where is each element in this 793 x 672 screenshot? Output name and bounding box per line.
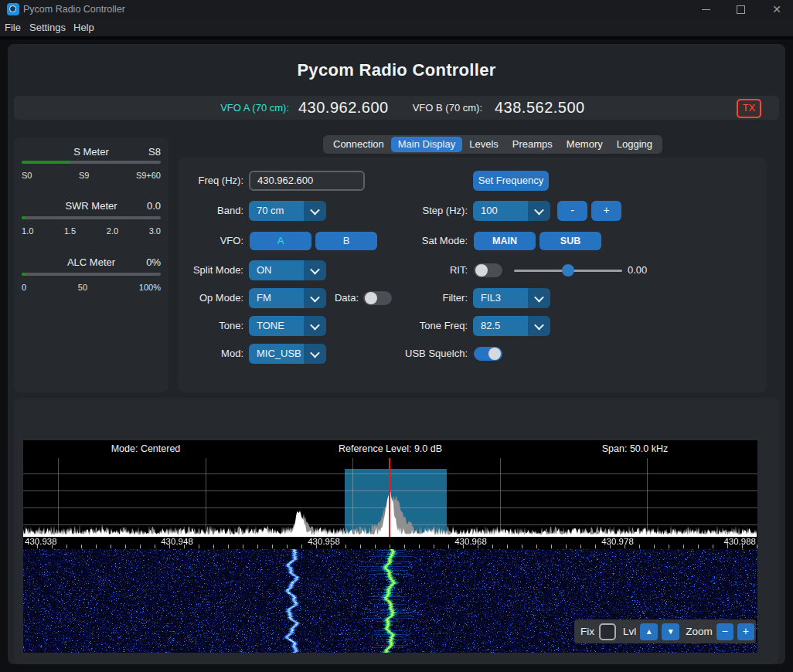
maximize-button[interactable] (729, 0, 752, 19)
chevron-down-icon (304, 201, 326, 221)
freq-tick-label: 430.948 (150, 536, 204, 547)
freq-tick-label: 430.988 (702, 536, 756, 547)
swr-meter-bar (22, 216, 161, 219)
op-mode-dropdown[interactable]: FM (249, 288, 326, 308)
tab-connection[interactable]: Connection (326, 137, 391, 152)
s-meter-value: S8 (114, 146, 161, 158)
main-tab-bar: Connection Main Display Levels Preamps M… (323, 135, 662, 154)
usb-squelch-label: USB Squelch: (390, 344, 468, 364)
chevron-down-icon (528, 288, 550, 308)
menu-file[interactable]: File (5, 19, 21, 36)
rit-slider-knob[interactable] (562, 264, 574, 277)
split-mode-label: Split Mode: (182, 260, 243, 280)
level-down-button[interactable]: ▼ (662, 623, 679, 640)
chevron-down-icon (528, 201, 550, 221)
menu-settings[interactable]: Settings (29, 19, 66, 36)
usb-squelch-toggle[interactable] (474, 347, 502, 361)
filter-dropdown[interactable]: FIL3 (473, 288, 550, 308)
step-plus-button[interactable]: + (591, 201, 621, 221)
band-dropdown[interactable]: 70 cm (249, 201, 326, 221)
frequency-input[interactable]: 430.962.600 (249, 171, 365, 191)
rit-value: 0.00 (628, 260, 659, 280)
lvl-label: Lvl (623, 626, 636, 637)
vfo-b-value: 438.562.500 (495, 96, 585, 120)
alc-meter-bar (22, 273, 161, 276)
freq-tick-label: 430.938 (25, 536, 79, 547)
tone-freq-dropdown[interactable]: 82.5 (473, 316, 550, 336)
fix-label: Fix (580, 626, 594, 637)
chevron-down-icon (528, 316, 550, 336)
freq-tick-label: 430.958 (297, 536, 351, 547)
step-dropdown[interactable]: 100 (473, 201, 550, 221)
tone-freq-label: Tone Freq: (398, 316, 468, 336)
tab-main-display[interactable]: Main Display (391, 137, 462, 152)
freq-tick-label: 430.978 (590, 536, 645, 547)
filter-label: Filter: (398, 288, 468, 308)
tab-levels[interactable]: Levels (462, 137, 505, 152)
tab-memory[interactable]: Memory (560, 137, 610, 152)
chevron-down-icon (304, 344, 326, 364)
mod-label: Mod: (182, 344, 243, 364)
swr-meter-scale: 1.0 1.5 2.0 3.0 (22, 226, 161, 236)
swr-meter-value: 0.0 (114, 200, 161, 212)
alc-meter-value: 0% (114, 256, 161, 268)
close-button[interactable]: ✕ (765, 0, 788, 19)
data-toggle[interactable] (363, 291, 392, 305)
app-window: Pycom Radio Controller ✕ File Settings H… (0, 0, 793, 672)
page-title: Pycom Radio Controller (0, 60, 793, 80)
op-mode-label: Op Mode: (182, 288, 243, 308)
window-title: Pycom Radio Controller (23, 0, 125, 19)
vfo-select-label: VFO: (182, 231, 243, 251)
waterfall-mode-text: Mode: Centered (23, 440, 268, 458)
step-label: Step (Hz): (398, 201, 468, 221)
freq-tick-label: 430.968 (444, 536, 498, 547)
waterfall-reference-text: Reference Level: 9.0 dB (268, 440, 512, 458)
chevron-down-icon (304, 260, 326, 280)
vfo-b-label: VFO B (70 cm): (402, 96, 482, 120)
data-label: Data: (318, 288, 359, 308)
vfo-a-value: 430.962.600 (298, 96, 389, 120)
zoom-in-button[interactable]: + (737, 623, 754, 640)
zoom-label: Zoom (686, 626, 713, 637)
tab-preamps[interactable]: Preamps (505, 137, 560, 152)
fix-checkbox[interactable] (599, 623, 616, 640)
split-mode-dropdown[interactable]: ON (249, 260, 326, 280)
menu-help[interactable]: Help (73, 19, 94, 36)
vfo-readout-bar (14, 96, 779, 120)
zoom-out-button[interactable]: − (716, 623, 733, 640)
s-meter-bar (22, 161, 161, 164)
set-frequency-button[interactable]: Set Frequency (473, 171, 549, 191)
waterfall-controls: Fix Lvl ▲ ▼ Zoom − + (574, 619, 756, 643)
rit-label: RIT: (398, 260, 468, 280)
tone-label: Tone: (182, 316, 243, 336)
sat-main-button[interactable]: MAIN (474, 232, 536, 250)
alc-meter-scale: 0 50 100% (22, 283, 161, 292)
step-minus-button[interactable]: - (557, 201, 587, 221)
rit-toggle[interactable] (474, 263, 502, 277)
vfo-a-button[interactable]: A (250, 232, 311, 250)
freq-label: Freq (Hz): (182, 171, 243, 191)
sat-sub-button[interactable]: SUB (539, 232, 601, 250)
minimize-button[interactable] (694, 0, 717, 19)
vfo-a-label: VFO A (70 cm): (195, 96, 289, 120)
waterfall-span-text: Span: 50.0 kHz (512, 440, 757, 458)
chevron-down-icon (304, 316, 326, 336)
s-meter-scale: S0 S9 S9+60 (22, 171, 161, 180)
title-bar: Pycom Radio Controller ✕ (0, 0, 793, 19)
app-logo-icon (7, 3, 19, 15)
tab-logging[interactable]: Logging (610, 137, 659, 152)
menu-bar: File Settings Help (0, 19, 793, 36)
level-up-button[interactable]: ▲ (640, 623, 658, 640)
mod-dropdown[interactable]: MIC_USB (249, 344, 326, 364)
menu-divider (0, 36, 793, 39)
tone-dropdown[interactable]: TONE (249, 316, 326, 336)
band-label: Band: (182, 201, 243, 221)
tx-indicator: TX (737, 99, 761, 118)
vfo-b-button[interactable]: B (315, 232, 377, 250)
sat-mode-label: Sat Mode: (398, 231, 468, 251)
